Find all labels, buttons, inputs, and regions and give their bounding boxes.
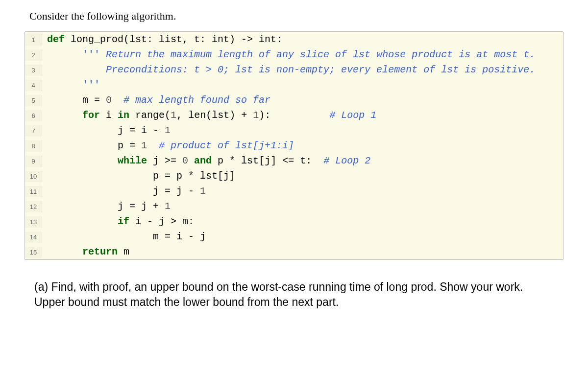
- code-line: 15 return m: [25, 244, 563, 259]
- code-text: ''': [42, 77, 100, 93]
- code-text: p = 1 # product of lst[j+1:i]: [42, 138, 294, 153]
- code-line: 3 Preconditions: t > 0; lst is non-empty…: [25, 62, 563, 77]
- line-number: 2: [25, 49, 42, 61]
- code-text: if i - j > m:: [42, 214, 194, 229]
- code-line: 14 m = i - j: [25, 229, 563, 244]
- question-a: (a) Find, with proof, an upper bound on …: [34, 279, 554, 310]
- line-number: 1: [25, 34, 42, 46]
- page: Consider the following algorithm. 1def l…: [0, 0, 588, 371]
- code-text: Preconditions: t > 0; lst is non-empty; …: [42, 62, 535, 77]
- code-line: 8 p = 1 # product of lst[j+1:i]: [25, 138, 563, 153]
- code-line: 13 if i - j > m:: [25, 214, 563, 229]
- intro-text: Consider the following algorithm.: [29, 10, 564, 23]
- code-text: ''' Return the maximum length of any sli…: [42, 47, 535, 62]
- line-number: 10: [25, 171, 42, 182]
- code-line: 4 ''': [25, 77, 563, 93]
- code-line: 5 m = 0 # max length found so far: [25, 93, 563, 108]
- line-number: 5: [25, 95, 42, 106]
- line-number: 11: [25, 186, 42, 197]
- code-text: while j >= 0 and p * lst[j] <= t: # Loop…: [42, 153, 370, 168]
- line-number: 12: [25, 201, 42, 212]
- line-number: 13: [25, 216, 42, 228]
- code-line: 1def long_prod(lst: list, t: int) -> int…: [25, 32, 563, 47]
- code-line: 9 while j >= 0 and p * lst[j] <= t: # Lo…: [25, 153, 563, 168]
- code-text: m = 0 # max length found so far: [42, 93, 270, 108]
- code-text: j = j + 1: [42, 199, 171, 214]
- line-number: 14: [25, 232, 42, 243]
- code-line: 7 j = i - 1: [25, 123, 563, 138]
- code-text: p = p * lst[j]: [42, 168, 235, 184]
- code-line: 2 ''' Return the maximum length of any s…: [25, 47, 563, 62]
- code-text: j = j - 1: [42, 184, 206, 199]
- code-line: 6 for i in range(1, len(lst) + 1): # Loo…: [25, 108, 563, 123]
- code-text: return m: [42, 244, 129, 259]
- line-number: 15: [25, 247, 42, 258]
- line-number: 4: [25, 80, 42, 91]
- line-number: 3: [25, 65, 42, 76]
- code-listing: 1def long_prod(lst: list, t: int) -> int…: [24, 31, 564, 260]
- line-number: 7: [25, 125, 42, 137]
- code-line: 10 p = p * lst[j]: [25, 168, 563, 184]
- line-number: 6: [25, 110, 42, 121]
- line-number: 8: [25, 140, 42, 152]
- code-text: m = i - j: [42, 229, 206, 244]
- code-text: for i in range(1, len(lst) + 1): # Loop …: [42, 108, 376, 123]
- line-number: 9: [25, 156, 42, 167]
- code-text: j = i - 1: [42, 123, 171, 138]
- code-line: 12 j = j + 1: [25, 199, 563, 214]
- code-line: 11 j = j - 1: [25, 184, 563, 199]
- code-text: def long_prod(lst: list, t: int) -> int:: [42, 32, 282, 47]
